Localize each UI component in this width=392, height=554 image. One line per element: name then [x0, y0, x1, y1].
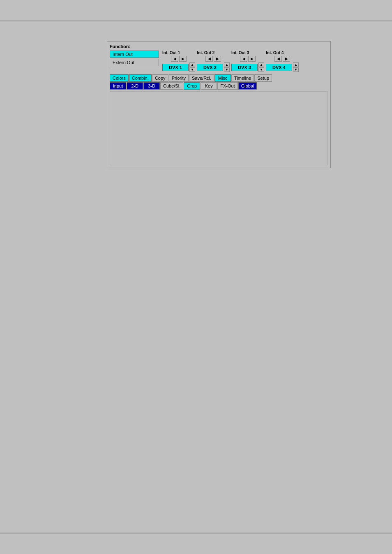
- int-out-1-arrow-row: ◀ ▶: [171, 56, 187, 62]
- tab-2d[interactable]: 2-D: [127, 82, 143, 90]
- tab-timeline[interactable]: Timeline: [231, 74, 254, 82]
- int-out-2-dvx-row: DVX 2 ▲ ▼: [197, 62, 230, 72]
- int-out-3-left-arrow[interactable]: ◀: [240, 56, 247, 62]
- top-section: Intern Out Extern Out Int. Out 1 ◀ ▶ DVX…: [110, 51, 328, 72]
- tab-priority[interactable]: Priority: [169, 74, 189, 82]
- int-out-2-label: Int. Out 2: [197, 51, 214, 55]
- int-out-4-col: Int. Out 4 ◀ ▶ DVX 4 ▲ ▼: [266, 51, 299, 72]
- int-out-3-label: Int. Out 3: [231, 51, 249, 55]
- dvx-2-updown: ▲ ▼: [224, 62, 230, 72]
- tab-input[interactable]: Input: [110, 82, 126, 90]
- int-out-2-right-arrow[interactable]: ▶: [214, 56, 221, 62]
- tab-3d[interactable]: 3-D: [143, 82, 160, 90]
- tab-copy[interactable]: Copy: [152, 74, 168, 82]
- dvx-4-updown: ▲ ▼: [293, 62, 299, 72]
- int-out-2-left-arrow[interactable]: ◀: [205, 56, 213, 62]
- function-label: Function:: [110, 44, 328, 49]
- int-out-4-label: Int. Out 4: [266, 51, 284, 55]
- dvx-3-down-btn[interactable]: ▼: [258, 67, 264, 72]
- tab-combin[interactable]: Combin.: [129, 74, 152, 82]
- int-out-2-arrow-row: ◀ ▶: [205, 56, 221, 62]
- dvx-4-button[interactable]: DVX 4: [266, 64, 292, 71]
- tab-savercl[interactable]: Save/Rcl.: [189, 74, 214, 82]
- extern-out-button[interactable]: Extern Out: [110, 59, 159, 66]
- int-out-4-arrow-row: ◀ ▶: [274, 56, 290, 62]
- tab-row-2: Input 2-D 3-D Cube/Sl. Crop Key FX-Out G…: [110, 82, 328, 90]
- main-panel: Function: Intern Out Extern Out Int. Out…: [107, 41, 331, 168]
- dvx-1-updown: ▲ ▼: [189, 62, 195, 72]
- dvx-2-down-btn[interactable]: ▼: [224, 67, 230, 72]
- dvx-3-up-btn[interactable]: ▲: [258, 62, 264, 67]
- int-out-4-left-arrow[interactable]: ◀: [274, 56, 282, 62]
- int-out-4-dvx-row: DVX 4 ▲ ▼: [266, 62, 299, 72]
- dvx-3-updown: ▲ ▼: [258, 62, 264, 72]
- int-out-1-left-arrow[interactable]: ◀: [171, 56, 178, 62]
- tab-misc[interactable]: Misc: [214, 74, 231, 82]
- content-area: [110, 91, 328, 165]
- int-out-1-dvx-row: DVX 1 ▲ ▼: [162, 62, 195, 72]
- tab-section: Colors Combin. Copy Priority Save/Rcl. M…: [110, 74, 328, 90]
- dvx-1-button[interactable]: DVX 1: [162, 64, 189, 71]
- dvx-2-button[interactable]: DVX 2: [197, 64, 223, 71]
- left-outputs: Intern Out Extern Out: [110, 51, 159, 72]
- top-rule: [0, 21, 392, 21]
- int-outputs: Int. Out 1 ◀ ▶ DVX 1 ▲ ▼ Int. Out 2 ◀: [162, 51, 328, 72]
- int-out-4-right-arrow[interactable]: ▶: [283, 56, 290, 62]
- tab-colors[interactable]: Colors: [110, 74, 129, 82]
- intern-out-button[interactable]: Intern Out: [110, 51, 159, 58]
- tab-cubesl[interactable]: Cube/Sl.: [160, 82, 183, 90]
- dvx-4-down-btn[interactable]: ▼: [293, 67, 299, 72]
- int-out-1-label: Int. Out 1: [162, 51, 180, 55]
- bottom-rule: [0, 533, 392, 533]
- int-out-2-col: Int. Out 2 ◀ ▶ DVX 2 ▲ ▼: [197, 51, 230, 72]
- int-out-3-dvx-row: DVX 3 ▲ ▼: [231, 62, 264, 72]
- tab-setup[interactable]: Setup: [254, 74, 272, 82]
- tab-key[interactable]: Key: [201, 82, 217, 90]
- int-out-3-col: Int. Out 3 ◀ ▶ DVX 3 ▲ ▼: [231, 51, 264, 72]
- tab-global[interactable]: Global: [238, 82, 257, 90]
- dvx-1-up-btn[interactable]: ▲: [189, 62, 195, 67]
- dvx-2-up-btn[interactable]: ▲: [224, 62, 230, 67]
- int-out-3-arrow-row: ◀ ▶: [240, 56, 256, 62]
- dvx-3-button[interactable]: DVX 3: [231, 64, 258, 71]
- tab-fxout[interactable]: FX-Out: [217, 82, 238, 90]
- tab-row-1: Colors Combin. Copy Priority Save/Rcl. M…: [110, 74, 328, 82]
- dvx-4-up-btn[interactable]: ▲: [293, 62, 299, 67]
- int-out-1-col: Int. Out 1 ◀ ▶ DVX 1 ▲ ▼: [162, 51, 195, 72]
- int-out-3-right-arrow[interactable]: ▶: [248, 56, 256, 62]
- tab-crop[interactable]: Crop: [184, 82, 200, 90]
- dvx-1-down-btn[interactable]: ▼: [189, 67, 195, 72]
- int-out-1-right-arrow[interactable]: ▶: [179, 56, 187, 62]
